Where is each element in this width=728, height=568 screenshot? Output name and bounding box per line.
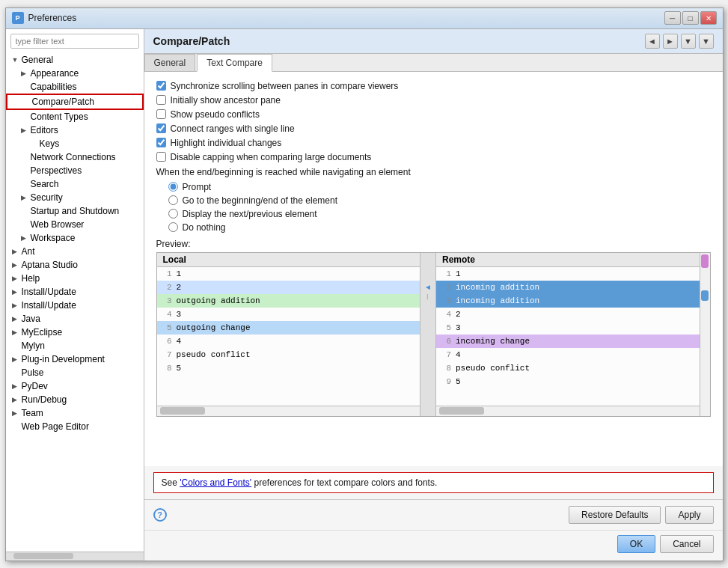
sidebar-item-mylyn[interactable]: Mylyn	[6, 339, 144, 352]
disable-capping-checkbox[interactable]	[156, 152, 166, 162]
expand-icon: ▶	[12, 355, 19, 363]
remote-vscroll[interactable]	[700, 253, 710, 416]
remote-content[interactable]: 1 1 2 incoming addition 3 incoming addit…	[436, 267, 700, 406]
sidebar-item-team[interactable]: ▶ Team	[6, 406, 144, 420]
no-icon	[21, 83, 28, 91]
help-button[interactable]: ?	[153, 508, 167, 522]
sidebar-item-appearance[interactable]: ▶ Appearance	[6, 67, 144, 80]
no-icon	[21, 221, 28, 228]
nav-down-button[interactable]: ▼	[681, 34, 696, 49]
highlight-changes-row: Highlight individual changes	[156, 138, 711, 148]
preview-label: Preview:	[156, 239, 711, 249]
restore-defaults-button[interactable]: Restore Defaults	[569, 506, 661, 524]
expand-icon: ▶	[12, 315, 19, 323]
radio-display-label: Display the next/previous element	[183, 209, 317, 219]
no-icon	[12, 423, 19, 430]
maximize-button[interactable]: □	[682, 11, 699, 25]
sidebar-item-help[interactable]: ▶ Help	[6, 272, 144, 285]
show-pseudo-checkbox[interactable]	[156, 109, 166, 119]
sidebar-item-myeclipse[interactable]: ▶ MyEclipse	[6, 326, 144, 339]
sidebar-item-general[interactable]: ▼ General	[6, 53, 144, 67]
no-icon	[12, 342, 19, 349]
colors-and-fonts-link[interactable]: 'Colors and Fonts'	[180, 477, 251, 488]
btn-group-right: Restore Defaults Apply	[569, 506, 713, 524]
sync-scrolling-label: Synchronize scrolling between panes in c…	[171, 81, 399, 91]
sidebar-item-capabilities[interactable]: Capabilities	[6, 80, 144, 94]
show-ancestor-checkbox[interactable]	[156, 95, 166, 105]
radio-display[interactable]	[168, 209, 178, 219]
main-title: Compare/Patch	[153, 35, 230, 47]
radio-goto-label: Go to the beginning/end of the element	[183, 195, 338, 206]
tabs-row: General Text Compare	[144, 54, 723, 72]
sidebar-item-java[interactable]: ▶ Java	[6, 312, 144, 326]
sidebar-item-install-update2[interactable]: ▶ Install/Update	[6, 299, 144, 312]
sidebar-item-workspace[interactable]: ▶ Workspace	[6, 231, 144, 245]
sidebar-item-search[interactable]: Search	[6, 177, 144, 191]
apply-button[interactable]: Apply	[665, 506, 713, 524]
bottom-note: See 'Colors and Fonts' preferences for t…	[153, 472, 714, 493]
local-line-4: 4 3	[157, 308, 420, 321]
sidebar-item-web-page-editor[interactable]: Web Page Editor	[6, 420, 144, 433]
sidebar-item-perspectives[interactable]: Perspectives	[6, 164, 144, 177]
remote-hscroll[interactable]	[436, 406, 700, 416]
sidebar-item-plugin-dev[interactable]: ▶ Plug-in Development	[6, 352, 144, 366]
window-icon: P	[12, 12, 24, 24]
nav-fwd-button[interactable]: ►	[663, 34, 678, 49]
local-header: Local	[157, 253, 420, 267]
connect-ranges-row: Connect ranges with single line	[156, 123, 711, 134]
local-content[interactable]: 1 1 2 2 3 outgoing addition	[157, 267, 420, 406]
sidebar-item-security[interactable]: ▶ Security	[6, 191, 144, 204]
minimize-button[interactable]: ─	[664, 11, 681, 25]
sidebar-item-pydev[interactable]: ▶ PyDev	[6, 379, 144, 393]
radio-nothing[interactable]	[168, 222, 178, 232]
remote-line-6: 6 incoming change	[436, 335, 700, 348]
sidebar-item-aptana[interactable]: ▶ Aptana Studio	[6, 258, 144, 272]
show-ancestor-label: Initially show ancestor pane	[171, 95, 281, 106]
expand-icon: ▶	[12, 275, 19, 282]
sidebar-item-ant[interactable]: ▶ Ant	[6, 245, 144, 258]
remote-line-8: 8 pseudo conflict	[436, 361, 700, 375]
radio-display-row: Display the next/previous element	[168, 209, 711, 219]
cancel-button[interactable]: Cancel	[660, 535, 713, 553]
tab-general[interactable]: General	[144, 54, 196, 71]
window-title: Preferences	[28, 13, 660, 23]
nav-menu-button[interactable]: ▼	[699, 34, 714, 49]
radio-goto[interactable]	[168, 195, 178, 205]
sync-scrolling-row: Synchronize scrolling between panes in c…	[156, 81, 711, 91]
sync-scrolling-checkbox[interactable]	[156, 81, 166, 91]
search-input[interactable]	[10, 34, 139, 49]
main-header: Compare/Patch ◄ ► ▼ ▼	[144, 29, 723, 54]
sidebar-item-keys[interactable]: Keys	[6, 137, 144, 150]
tab-text-compare[interactable]: Text Compare	[197, 54, 272, 72]
sidebar-item-startup-shutdown[interactable]: Startup and Shutdown	[6, 204, 144, 218]
highlight-changes-checkbox[interactable]	[156, 138, 166, 147]
sidebar-item-run-debug[interactable]: ▶ Run/Debug	[6, 393, 144, 406]
expand-icon: ▶	[21, 70, 28, 77]
expand-icon: ▶	[12, 288, 19, 296]
sidebar-item-network-connections[interactable]: Network Connections	[6, 150, 144, 164]
close-button[interactable]: ✕	[700, 11, 717, 25]
expand-icon: ▶	[12, 382, 19, 390]
show-pseudo-label: Show pseudo conflicts	[171, 109, 260, 120]
ok-button[interactable]: OK	[617, 535, 655, 553]
sidebar-horizontal-scrollbar[interactable]	[6, 552, 144, 561]
content-area: ▼ General ▶ Appearance Capabilities Comp…	[6, 29, 723, 561]
no-icon	[21, 153, 28, 161]
local-hscroll[interactable]	[157, 406, 420, 416]
sidebar-item-compare-patch[interactable]: Compare/Patch	[6, 94, 144, 110]
sidebar-item-content-types[interactable]: Content Types	[6, 110, 144, 123]
remote-line-7: 7 4	[436, 348, 700, 361]
sidebar-item-install-update1[interactable]: ▶ Install/Update	[6, 285, 144, 299]
nav-back-button[interactable]: ◄	[645, 34, 660, 49]
radio-prompt[interactable]	[168, 182, 178, 192]
remote-line-2: 2 incoming addition	[436, 281, 700, 294]
connect-ranges-checkbox[interactable]	[156, 123, 166, 133]
no-icon	[21, 113, 28, 120]
sidebar-item-web-browser[interactable]: Web Browser	[6, 218, 144, 231]
local-line-6: 6 4	[157, 335, 420, 348]
sidebar-item-editors[interactable]: ▶ Editors	[6, 123, 144, 137]
show-ancestor-row: Initially show ancestor pane	[156, 95, 711, 106]
sidebar-item-pulse[interactable]: Pulse	[6, 366, 144, 379]
remote-pane: Remote 1 1 2 incoming addition	[436, 253, 700, 416]
highlight-changes-label: Highlight individual changes	[171, 138, 282, 148]
